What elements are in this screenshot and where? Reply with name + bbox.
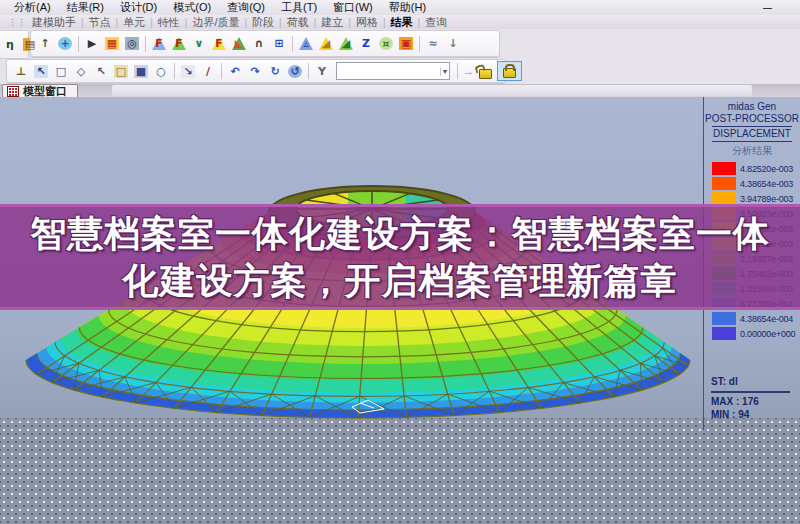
reaction-force-icon[interactable]: F (150, 35, 168, 52)
tab-divider: | (185, 17, 188, 28)
toolbar-separator (145, 36, 146, 52)
pan-forward-icon[interactable]: ↷ (246, 63, 264, 80)
toolbar-grip[interactable]: ⋮⋮ (8, 17, 26, 27)
ribbon-tab-7[interactable]: 建立 (319, 15, 345, 30)
document-tab-row: 模型窗口 (0, 84, 800, 97)
fly-to-icon[interactable]: → (463, 65, 474, 77)
render-camera-icon[interactable]: ◎ (123, 35, 141, 52)
legend-min: MIN : 94 (711, 408, 800, 421)
eta-curve-icon[interactable]: η (1, 36, 19, 53)
stage-pin-icon[interactable]: ¤ (377, 35, 395, 52)
tab-divider: | (245, 17, 248, 28)
lock-icon[interactable] (503, 68, 516, 78)
chevron-down-icon[interactable]: ▾ (440, 67, 449, 76)
named-view-icon[interactable]: Y (313, 63, 331, 80)
unlock-icon[interactable] (479, 69, 492, 79)
zoom-window-icon[interactable]: ↘ (179, 63, 197, 80)
stress-wedge-icon[interactable]: ◣ (230, 35, 248, 52)
ribbon-tab-8[interactable]: 网格 (354, 15, 380, 30)
legend-value: 3.94789e-003 (740, 194, 793, 204)
tab-divider: | (418, 17, 421, 28)
ribbon-tab-9[interactable]: 结果 (389, 15, 415, 30)
probe-result-icon[interactable]: ↓ (444, 35, 462, 52)
ribbon-tab-3[interactable]: 特性 (156, 15, 182, 30)
plumb-pin-icon[interactable]: ⊥ (12, 63, 30, 80)
yellow-wedge-icon[interactable]: ◢ (317, 35, 335, 52)
select-circle-icon[interactable]: ○ (152, 63, 170, 80)
tab-model-window[interactable]: 模型窗口 (2, 84, 78, 98)
ribbon-tab-4[interactable]: 边界/质量 (190, 15, 241, 30)
select-window-icon[interactable]: □ (52, 63, 70, 80)
rotate-cw-icon[interactable]: ↻ (266, 63, 284, 80)
tab-divider: | (116, 17, 119, 28)
menu-item-2[interactable]: 设计(D) (112, 0, 165, 15)
legend-max: MAX : 176 (711, 395, 800, 408)
select-volume-icon[interactable]: ■ (132, 63, 150, 80)
legend-entry: 0.00000e+000 (712, 326, 800, 341)
midas-gen-window: 分析(A)结果(R)设计(D)模式(O)查询(Q)工具(T)窗口(W)帮助(H)… (0, 0, 800, 524)
tab-divider: | (383, 17, 386, 28)
legend-subtitle: 分析结果 (704, 145, 800, 157)
select-polygon-icon[interactable]: ◇ (72, 63, 90, 80)
ribbon-tab-1[interactable]: 节点 (87, 15, 113, 30)
menu-item-7[interactable]: 帮助(H) (381, 0, 434, 15)
view-combobox[interactable]: ▾ (336, 62, 450, 80)
select-plane-icon[interactable]: □ (112, 63, 130, 80)
legend-color-chip (712, 162, 736, 175)
solid-cube-icon[interactable]: ▣ (397, 35, 415, 52)
ribbon-tab-0[interactable]: 建模助手 (30, 15, 78, 30)
tab-row-spacer (112, 85, 752, 96)
reaction-arrow-icon[interactable]: ↑ (36, 35, 54, 52)
ribbon-tab-strip: ⋮⋮ 建模助手|节点|单元|特性|边界/质量|阶段|荷载|建立|网格|结果|查询 (0, 15, 800, 29)
menu-item-6[interactable]: 窗口(W) (325, 0, 381, 15)
legend-entry: 4.82520e-003 (712, 161, 800, 176)
menu-item-4[interactable]: 查询(Q) (219, 0, 273, 15)
menu-item-0[interactable]: 分析(A) (6, 0, 59, 15)
pan-back-icon[interactable]: ↶ (226, 63, 244, 80)
ribbon-tab-6[interactable]: 荷载 (285, 15, 311, 30)
mode-shape-icon[interactable]: ▵ (297, 35, 315, 52)
animation-man-icon[interactable]: ▶ (83, 35, 101, 52)
minimize-icon[interactable]: — (763, 3, 772, 13)
rotate-view-icon[interactable]: ↺ (286, 63, 304, 80)
toolbar-separator (419, 36, 420, 52)
ribbon-tab-2[interactable]: 单元 (121, 15, 147, 30)
model-viewport[interactable]: midas Gen POST-PROCESSOR DISPLACEMENT 分析… (0, 97, 800, 524)
node-web-icon[interactable]: + (56, 35, 74, 52)
select-all-cursor-icon[interactable]: ↖ (92, 63, 110, 80)
redraw-pencil-icon[interactable]: / (199, 63, 217, 80)
model-window-icon (7, 86, 19, 97)
menu-item-3[interactable]: 模式(O) (165, 0, 219, 15)
displacement-curve-icon[interactable]: ∨ (190, 35, 208, 52)
lock-selected-frame[interactable] (497, 61, 522, 81)
deformed-shape-icon[interactable]: F (170, 35, 188, 52)
ribbon-tab-5[interactable]: 阶段 (250, 15, 276, 30)
arc-arrow-icon[interactable]: ∩ (250, 35, 268, 52)
view-toolbar: ⊥↖□◇↖□■○↘/↶↷↻↺Y ▾ → (6, 59, 506, 83)
moment-diagram-icon[interactable]: F (210, 35, 228, 52)
legend-color-chip (712, 327, 736, 340)
legend-color-chip (712, 312, 736, 325)
tab-divider: | (150, 17, 153, 28)
tab-divider: | (279, 17, 282, 28)
menu-item-1[interactable]: 结果(R) (59, 0, 112, 15)
legend-value: 0.00000e+000 (740, 329, 795, 339)
result-table-icon[interactable]: ▦ (103, 35, 121, 52)
menu-item-5[interactable]: 工具(T) (273, 0, 325, 15)
results-toolbar: ↑+▶▦◎FF∨F◣∩⊞▵◢◢Z¤▣≈↓ (30, 30, 500, 57)
legend-value: 4.82520e-003 (740, 164, 793, 174)
select-single-icon[interactable]: ↖ (32, 63, 50, 80)
toolbar-separator (78, 36, 79, 52)
tab-divider: | (348, 17, 351, 28)
promo-banner: 智慧档案室一体化建设方案：智慧档案室一体 化建设方案，开启档案管理新篇章 (0, 204, 800, 310)
toolbar-separator (292, 36, 293, 52)
ribbon-tab-10[interactable]: 查询 (423, 15, 449, 30)
lattice-grid-icon[interactable]: ⊞ (270, 35, 288, 52)
z-displacement-icon[interactable]: Z (357, 35, 375, 52)
tab-divider: | (81, 17, 84, 28)
green-wedge-icon[interactable]: ◢ (337, 35, 355, 52)
wave-function-icon[interactable]: ≈ (424, 35, 442, 52)
legend-entry: 4.38654e-004 (712, 311, 800, 326)
banner-text-line-1: 智慧档案室一体化建设方案：智慧档案室一体 (30, 210, 770, 257)
legend-app-name: midas Gen (704, 101, 800, 113)
